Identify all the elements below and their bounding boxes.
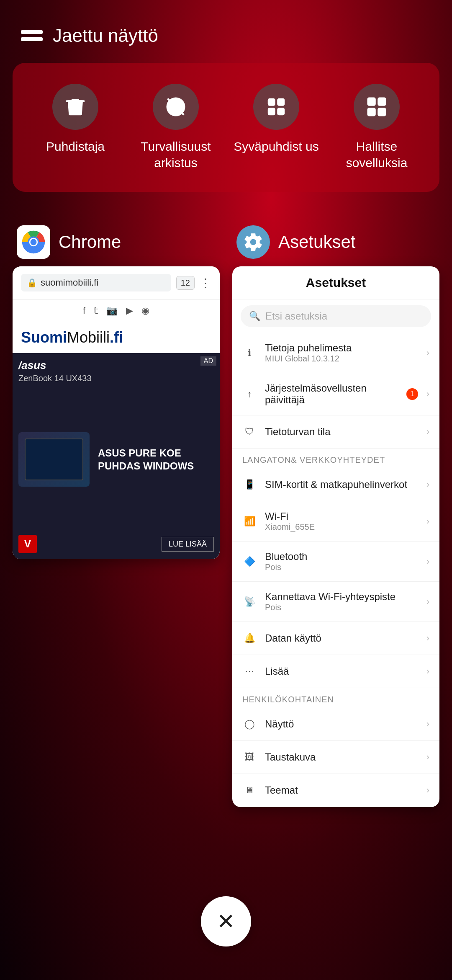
settings-item-display[interactable]: ◯ Näyttö › [232,708,439,741]
chrome-app-header[interactable]: Chrome [13,225,220,259]
cleaner-icon-circle [52,84,98,130]
laptop-image [18,432,90,487]
chrome-logo-svg [19,228,48,256]
asus-logo: /asus [18,359,214,372]
display-chevron: › [426,719,429,730]
lock-icon: 🔒 [27,278,37,288]
quick-action-cleaner[interactable]: Puhdistaja [25,84,126,155]
v-logo: V [18,535,37,553]
tab-count[interactable]: 12 [176,276,195,290]
themes-chevron: › [426,785,429,796]
settings-item-security[interactable]: 🛡 Tietoturvan tila › [232,415,439,449]
settings-app-header[interactable]: Asetukset [232,225,439,259]
about-content: Tietoja puhelimesta MIUI Global 10.3.12 [265,342,418,364]
site-name: SuomiMobiili.fi [21,329,123,346]
manage-icon-circle [354,84,400,130]
shield-icon: 🛡 [242,425,257,439]
data-label: Datan käyttö [265,632,418,644]
ad-text-block: ASUS PURE KOE PUHDAS WINDOWS [98,446,214,472]
deepclean-icon [265,95,288,118]
svg-rect-11 [379,98,385,105]
ad-headline: ASUS PURE KOE PUHDAS WINDOWS [98,446,214,472]
updater-label: Järjestelmäsovellusten päivittäjä [265,382,398,406]
security-icon [164,95,187,118]
settings-item-data[interactable]: 🔔 Datan käyttö › [232,622,439,655]
wallpaper-content: Taustakuva [265,751,418,763]
security-chevron: › [426,426,429,437]
security-label: Tietoturvan tila [265,426,418,438]
quick-action-security[interactable]: Turvallisuust arkistus [126,84,226,171]
wallpaper-icon: 🖼 [242,750,257,764]
chrome-menu-icon[interactable]: ⋮ [200,276,211,290]
grid-icon [365,95,388,118]
wifi-label: Wi-Fi [265,511,418,522]
settings-item-more[interactable]: ⋯ Lisää › [232,655,439,688]
settings-item-sim[interactable]: 📱 SIM-kortit & matkapuhelinverkot › [232,468,439,501]
settings-item-about[interactable]: ℹ Tietoja puhelimesta MIUI Global 10.3.1… [232,333,439,373]
quick-action-deepclean[interactable]: Syväpuhdist us [226,84,326,155]
asus-model: ZenBook 14 UX433 [18,374,214,383]
hotspot-content: Kannettava Wi-Fi-yhteyspiste Pois [265,591,418,612]
more-icon: ⋯ [242,664,257,678]
youtube-icon: ▶ [126,305,133,316]
settings-item-hotspot[interactable]: 📡 Kannettava Wi-Fi-yhteyspiste Pois › [232,582,439,622]
settings-item-themes[interactable]: 🖥 Teemat › [232,774,439,807]
display-label: Näyttö [265,718,418,730]
hotspot-chevron: › [426,596,429,607]
about-value: MIUI Global 10.3.12 [265,354,418,364]
split-title: Jaettu näyttö [53,25,158,46]
settings-title-text: Asetukset [278,232,355,252]
sim-icon: 📱 [242,477,257,492]
settings-search-bar[interactable]: 🔍 Etsi asetuksia [241,305,431,327]
settings-list: ℹ Tietoja puhelimesta MIUI Global 10.3.1… [232,333,439,807]
url-text: suomimobiili.fi [41,277,98,288]
wallpaper-label: Taustakuva [265,751,418,763]
ad-laptop-area: ASUS PURE KOE PUHDAS WINDOWS [18,387,214,531]
settings-app-icon [236,225,270,259]
data-chevron: › [426,633,429,644]
settings-search-icon: 🔍 [249,311,260,322]
chrome-card[interactable]: 🔒 suomimobiili.fi 12 ⋮ f 𝕥 📷 ▶ ◉ SuomiMo… [13,266,220,559]
split-header: Jaettu näyttö [0,0,452,59]
bluetooth-content: Bluetooth Pois [265,551,418,572]
hotspot-value: Pois [265,603,418,612]
chrome-title: Chrome [59,232,121,252]
wifi-content: Wi-Fi Xiaomi_655E [265,511,418,532]
instagram-icon: 📷 [106,305,118,316]
lue-lisaa-button[interactable]: LUE LISÄÄ [162,537,214,552]
rss-icon: ◉ [141,305,149,316]
security-label: Turvallisuust arkistus [126,138,226,171]
split-screen-icon [21,27,43,44]
themes-icon: 🖥 [242,783,257,797]
updater-chevron: › [426,389,429,400]
sim-content: SIM-kortit & matkapuhelinverkot [265,479,418,490]
svg-rect-10 [368,98,375,105]
chrome-browser-bar: 🔒 suomimobiili.fi 12 ⋮ [13,266,220,299]
sim-chevron: › [426,479,429,490]
svg-rect-9 [278,109,284,115]
updater-content: Järjestelmäsovellusten päivittäjä [265,382,398,406]
settings-item-wifi[interactable]: 📶 Wi-Fi Xiaomi_655E › [232,501,439,542]
display-icon: ◯ [242,717,257,731]
more-chevron: › [426,666,429,677]
settings-item-updater[interactable]: ↑ Järjestelmäsovellusten päivittäjä 1 › [232,373,439,415]
chrome-content: f 𝕥 📷 ▶ ◉ SuomiMobiili.fi AD /asus ZenBo… [13,299,220,559]
deepclean-icon-circle [253,84,299,130]
close-button[interactable]: ✕ [201,896,251,946]
info-icon: ℹ [242,346,257,360]
svg-rect-6 [269,99,275,105]
twitter-icon: 𝕥 [94,305,98,316]
manage-label: Hallitse sovelluksia [326,138,427,171]
settings-item-wallpaper[interactable]: 🖼 Taustakuva › [232,741,439,774]
quick-action-manage[interactable]: Hallitse sovelluksia [326,84,427,171]
svg-rect-8 [269,109,275,115]
deepclean-label: Syväpuhdist us [234,138,318,155]
security-icon-circle [153,84,199,130]
bluetooth-chevron: › [426,556,429,567]
more-label: Lisää [265,665,418,677]
settings-item-bluetooth[interactable]: 🔷 Bluetooth Pois › [232,542,439,582]
wifi-value: Xiaomi_655E [265,522,418,532]
hotspot-icon: 📡 [242,595,257,609]
wifi-icon: 📶 [242,514,257,529]
more-content: Lisää [265,665,418,677]
